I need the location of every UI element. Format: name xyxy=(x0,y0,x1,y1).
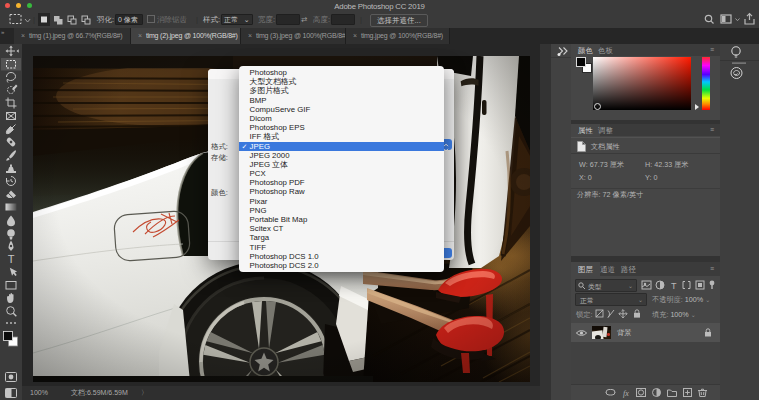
svg-text:fx: fx xyxy=(623,389,629,398)
svg-text:T: T xyxy=(671,281,677,291)
svg-text:T: T xyxy=(8,253,15,265)
